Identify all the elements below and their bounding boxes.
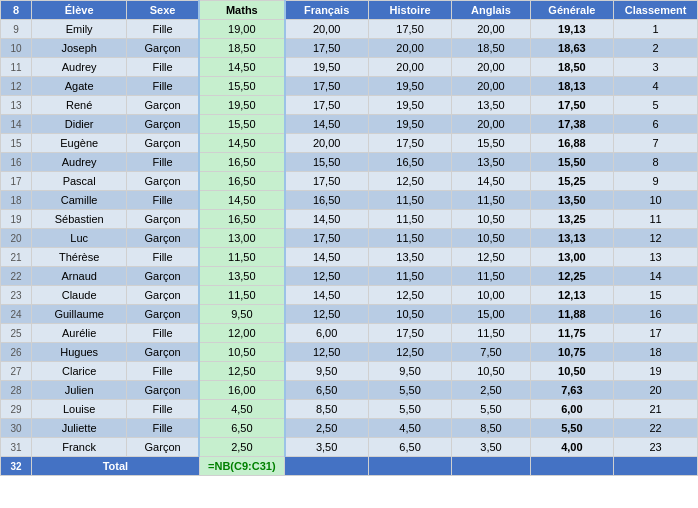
cell-eleve: Franck xyxy=(32,438,127,457)
cell-maths: 19,50 xyxy=(199,96,284,115)
cell-francais: 2,50 xyxy=(285,419,369,438)
cell-histoire: 12,50 xyxy=(368,286,452,305)
cell-generale: 19,13 xyxy=(530,20,614,39)
row-num: 28 xyxy=(1,381,32,400)
total-row: 32Total=NB(C9:C31) xyxy=(1,457,698,476)
header-sexe: Sexe xyxy=(127,1,200,20)
cell-generale: 17,38 xyxy=(530,115,614,134)
cell-generale: 12,13 xyxy=(530,286,614,305)
cell-histoire: 17,50 xyxy=(368,134,452,153)
cell-anglais: 10,00 xyxy=(452,286,530,305)
cell-eleve: Thérèse xyxy=(32,248,127,267)
cell-anglais: 20,00 xyxy=(452,115,530,134)
table-row: 31FranckGarçon2,503,506,503,504,0023 xyxy=(1,438,698,457)
cell-sexe: Garçon xyxy=(127,381,200,400)
cell-anglais: 20,00 xyxy=(452,58,530,77)
table-row: 29LouiseFille4,508,505,505,506,0021 xyxy=(1,400,698,419)
table-row: 30JulietteFille6,502,504,508,505,5022 xyxy=(1,419,698,438)
cell-histoire: 20,00 xyxy=(368,58,452,77)
cell-maths: 14,50 xyxy=(199,191,284,210)
row-num: 12 xyxy=(1,77,32,96)
table-row: 17PascalGarçon16,5017,5012,5014,5015,259 xyxy=(1,172,698,191)
cell-francais: 12,50 xyxy=(285,343,369,362)
row-num: 23 xyxy=(1,286,32,305)
cell-histoire: 19,50 xyxy=(368,115,452,134)
cell-eleve: Pascal xyxy=(32,172,127,191)
row-num: 9 xyxy=(1,20,32,39)
cell-histoire: 17,50 xyxy=(368,324,452,343)
cell-histoire: 11,50 xyxy=(368,191,452,210)
cell-maths: 4,50 xyxy=(199,400,284,419)
cell-histoire: 4,50 xyxy=(368,419,452,438)
cell-anglais: 20,00 xyxy=(452,20,530,39)
cell-eleve: Clarice xyxy=(32,362,127,381)
cell-histoire: 11,50 xyxy=(368,229,452,248)
row-num: 31 xyxy=(1,438,32,457)
cell-classement: 9 xyxy=(614,172,698,191)
cell-histoire: 20,00 xyxy=(368,39,452,58)
cell-sexe: Garçon xyxy=(127,438,200,457)
cell-anglais: 11,50 xyxy=(452,267,530,286)
cell-maths: 16,50 xyxy=(199,210,284,229)
cell-classement: 5 xyxy=(614,96,698,115)
cell-eleve: Joseph xyxy=(32,39,127,58)
cell-classement: 14 xyxy=(614,267,698,286)
cell-francais: 17,50 xyxy=(285,77,369,96)
cell-francais: 9,50 xyxy=(285,362,369,381)
cell-sexe: Garçon xyxy=(127,286,200,305)
cell-francais: 6,50 xyxy=(285,381,369,400)
row-num: 20 xyxy=(1,229,32,248)
cell-histoire: 5,50 xyxy=(368,381,452,400)
cell-histoire: 19,50 xyxy=(368,77,452,96)
row-num: 29 xyxy=(1,400,32,419)
cell-histoire: 17,50 xyxy=(368,20,452,39)
cell-eleve: Arnaud xyxy=(32,267,127,286)
cell-anglais: 2,50 xyxy=(452,381,530,400)
cell-maths: 16,50 xyxy=(199,153,284,172)
cell-generale: 12,25 xyxy=(530,267,614,286)
cell-eleve: Audrey xyxy=(32,153,127,172)
cell-classement: 10 xyxy=(614,191,698,210)
cell-maths: 15,50 xyxy=(199,115,284,134)
table-row: 26HuguesGarçon10,5012,5012,507,5010,7518 xyxy=(1,343,698,362)
cell-maths: 16,00 xyxy=(199,381,284,400)
header-classement: Classement xyxy=(614,1,698,20)
cell-maths: 2,50 xyxy=(199,438,284,457)
cell-sexe: Garçon xyxy=(127,39,200,58)
table-row: 13RenéGarçon19,5017,5019,5013,5017,505 xyxy=(1,96,698,115)
cell-anglais: 11,50 xyxy=(452,191,530,210)
cell-sexe: Fille xyxy=(127,153,200,172)
cell-eleve: Audrey xyxy=(32,58,127,77)
cell-eleve: Sébastien xyxy=(32,210,127,229)
table-row: 14DidierGarçon15,5014,5019,5020,0017,386 xyxy=(1,115,698,134)
cell-francais: 6,00 xyxy=(285,324,369,343)
cell-francais: 17,50 xyxy=(285,172,369,191)
cell-sexe: Garçon xyxy=(127,210,200,229)
cell-anglais: 18,50 xyxy=(452,39,530,58)
cell-histoire: 11,50 xyxy=(368,210,452,229)
cell-eleve: Eugène xyxy=(32,134,127,153)
cell-classement: 8 xyxy=(614,153,698,172)
table-row: 25AurélieFille12,006,0017,5011,5011,7517 xyxy=(1,324,698,343)
cell-francais: 14,50 xyxy=(285,248,369,267)
total-cell-0: 32 xyxy=(1,457,32,476)
cell-maths: 13,50 xyxy=(199,267,284,286)
cell-anglais: 8,50 xyxy=(452,419,530,438)
table-row: 9EmilyFille19,0020,0017,5020,0019,131 xyxy=(1,20,698,39)
cell-generale: 18,63 xyxy=(530,39,614,58)
cell-classement: 20 xyxy=(614,381,698,400)
row-num: 19 xyxy=(1,210,32,229)
cell-classement: 22 xyxy=(614,419,698,438)
row-num: 18 xyxy=(1,191,32,210)
cell-sexe: Fille xyxy=(127,58,200,77)
table-row: 23ClaudeGarçon11,5014,5012,5010,0012,131… xyxy=(1,286,698,305)
table-row: 15EugèneGarçon14,5020,0017,5015,5016,887 xyxy=(1,134,698,153)
cell-francais: 17,50 xyxy=(285,96,369,115)
header-anglais: Anglais xyxy=(452,1,530,20)
row-num: 16 xyxy=(1,153,32,172)
cell-generale: 11,88 xyxy=(530,305,614,324)
table-row: 21ThérèseFille11,5014,5013,5012,5013,001… xyxy=(1,248,698,267)
cell-sexe: Fille xyxy=(127,419,200,438)
cell-generale: 18,13 xyxy=(530,77,614,96)
total-cell-1: Total xyxy=(32,457,199,476)
